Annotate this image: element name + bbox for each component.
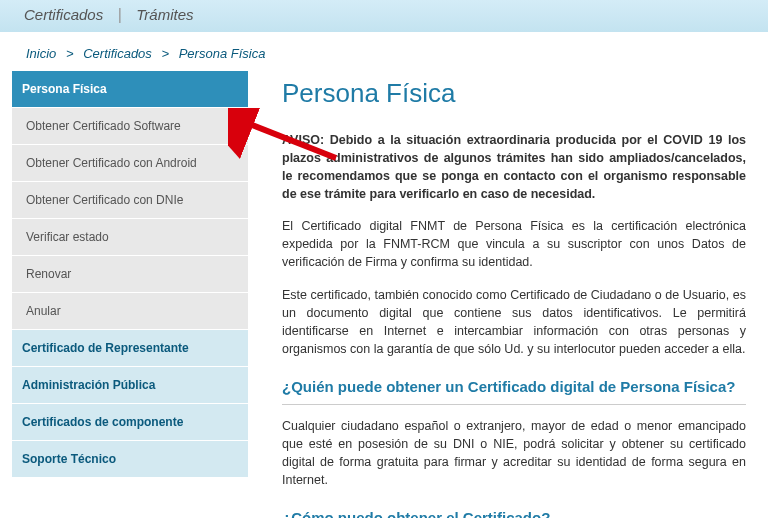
heading-who: ¿Quién puede obtener un Certificado digi…	[282, 376, 746, 398]
sidebar-item-admin-publica[interactable]: Administración Pública	[12, 367, 248, 404]
nav-certificados[interactable]: Certificados	[24, 6, 103, 23]
sidebar-item-verificar[interactable]: Verificar estado	[12, 219, 248, 256]
breadcrumb: Inicio > Certificados > Persona Física	[0, 32, 768, 71]
covid-notice: AVISO: Debido a la situación extraordina…	[282, 131, 746, 204]
chevron-right-icon: >	[161, 46, 169, 61]
intro-paragraph-1: El Certificado digital FNMT de Persona F…	[282, 217, 746, 271]
top-nav: Certificados | Trámites	[0, 0, 768, 32]
sidebar-item-representante[interactable]: Certificado de Representante	[12, 330, 248, 367]
intro-paragraph-2: Este certificado, también conocido como …	[282, 286, 746, 359]
sidebar-item-obtener-dnie[interactable]: Obtener Certificado con DNIe	[12, 182, 248, 219]
sidebar-item-renovar[interactable]: Renovar	[12, 256, 248, 293]
sidebar-item-persona-fisica[interactable]: Persona Física	[12, 71, 248, 108]
sidebar-item-anular[interactable]: Anular	[12, 293, 248, 330]
crumb-certificados[interactable]: Certificados	[83, 46, 152, 61]
sidebar-item-obtener-android[interactable]: Obtener Certificado con Android	[12, 145, 248, 182]
sidebar-item-soporte[interactable]: Soporte Técnico	[12, 441, 248, 478]
heading-how: ¿Cómo puedo obtener el Certificado?	[282, 507, 746, 518]
divider	[282, 404, 746, 405]
page-title: Persona Física	[282, 75, 746, 113]
who-paragraph: Cualquier ciudadano español o extranjero…	[282, 417, 746, 490]
crumb-persona-fisica[interactable]: Persona Física	[179, 46, 266, 61]
chevron-right-icon: >	[66, 46, 74, 61]
sidebar-item-componente[interactable]: Certificados de componente	[12, 404, 248, 441]
sidebar: Persona Física Obtener Certificado Softw…	[12, 71, 248, 518]
nav-separator: |	[118, 6, 122, 23]
main-content: Persona Física AVISO: Debido a la situac…	[248, 71, 756, 518]
sidebar-item-obtener-software[interactable]: Obtener Certificado Software	[12, 108, 248, 145]
nav-tramites[interactable]: Trámites	[136, 6, 193, 23]
crumb-inicio[interactable]: Inicio	[26, 46, 56, 61]
